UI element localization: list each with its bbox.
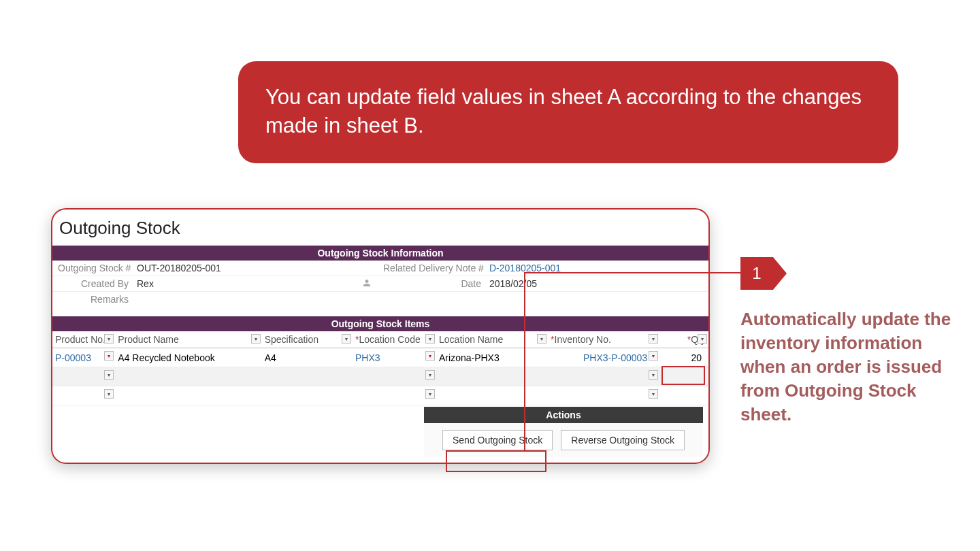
col-inventory-no[interactable]: *Inventory No.▾ (548, 331, 659, 348)
table-row: ▾ ▾ ▾ (52, 367, 708, 386)
cell-empty[interactable] (659, 367, 708, 386)
spacer-icon (356, 261, 378, 276)
instruction-callout: You can update field values in sheet A a… (238, 61, 898, 163)
dropdown-icon[interactable]: ▾ (537, 334, 546, 344)
user-icon (356, 276, 378, 292)
col-spec[interactable]: Specification▾ (262, 331, 353, 348)
table-row: P-00003▾ A4 Recycled Notebook A4 PHX3▾ A… (52, 348, 708, 367)
dropdown-icon[interactable]: ▾ (425, 389, 435, 399)
dropdown-icon[interactable]: ▾ (649, 334, 658, 344)
value-stock-no: OUT-20180205-001 (134, 261, 356, 276)
actions-body: Send Outgoing Stock Reverse Outgoing Sto… (424, 423, 703, 457)
cell-empty[interactable] (262, 386, 353, 405)
cell-empty[interactable] (436, 367, 548, 386)
col-product-name[interactable]: Product Name▾ (115, 331, 261, 348)
col-location-code[interactable]: *Location Code▾ (353, 331, 436, 348)
outgoing-stock-panel: Outgoing Stock Outgoing Stock Informatio… (51, 208, 710, 464)
cell-empty[interactable]: ▾ (548, 386, 659, 405)
col-product-no[interactable]: Product No.▾ (52, 331, 115, 348)
value-related-link[interactable]: D-20180205-001 (487, 261, 708, 276)
col-label: Product No. (55, 334, 105, 345)
annotation-badge-1: 1 (740, 257, 773, 290)
cell-qty[interactable]: 20 (659, 348, 708, 367)
send-outgoing-stock-button[interactable]: Send Outgoing Stock (442, 430, 553, 450)
cell-product-no[interactable]: P-00003▾ (52, 348, 115, 367)
dropdown-icon[interactable]: ▾ (425, 334, 435, 344)
cell-empty[interactable]: ▾ (353, 386, 436, 405)
label-stock-no: Outgoing Stock # (52, 261, 134, 276)
dropdown-icon[interactable]: ▾ (698, 334, 707, 344)
cell-text: PHX3 (355, 352, 380, 363)
dropdown-icon[interactable]: ▾ (104, 351, 114, 361)
value-created-by: Rex (134, 276, 356, 292)
cell-empty[interactable] (115, 386, 261, 405)
col-label: Location Code (359, 334, 420, 345)
cell-empty[interactable] (115, 367, 261, 386)
cell-empty[interactable]: ▾ (548, 367, 659, 386)
section-header-items: Outgoing Stock Items (52, 316, 708, 331)
cell-spec[interactable]: A4 (262, 348, 353, 367)
cell-inventory-no[interactable]: PHX3-P-00003▾ (548, 348, 659, 367)
col-label: Specification (265, 334, 318, 345)
cell-empty[interactable] (262, 367, 353, 386)
label-remarks: Remarks (52, 292, 134, 307)
value-date: 2018/02/05 (487, 276, 708, 292)
cell-empty[interactable]: ▾ (52, 367, 115, 386)
dropdown-icon[interactable]: ▾ (251, 334, 261, 344)
label-related: Related Delivery Note # (378, 261, 487, 276)
col-location-name[interactable]: Location Name▾ (436, 331, 548, 348)
dropdown-icon[interactable]: ▾ (104, 389, 114, 399)
dropdown-icon[interactable]: ▾ (649, 351, 658, 361)
dropdown-icon[interactable]: ▾ (425, 351, 435, 361)
dropdown-icon[interactable]: ▾ (342, 334, 351, 344)
reverse-outgoing-stock-button[interactable]: Reverse Outgoing Stock (561, 430, 685, 450)
spacer-icon (356, 292, 378, 307)
cell-text: P-00003 (55, 352, 91, 363)
section-header-info: Outgoing Stock Information (52, 246, 708, 261)
dropdown-icon[interactable]: ▾ (104, 334, 114, 344)
items-table: Product No.▾ Product Name▾ Specification… (52, 331, 708, 405)
label-created-by: Created By (52, 276, 134, 292)
annotation-text-1: Automatically update the inventory infor… (740, 307, 951, 427)
cell-text: PHX3-P-00003 (583, 352, 647, 363)
col-label: Inventory No. (555, 334, 611, 345)
actions-header: Actions (424, 407, 703, 423)
cell-empty[interactable]: ▾ (52, 386, 115, 405)
cell-empty[interactable] (659, 386, 708, 405)
info-grid: Outgoing Stock # OUT-20180205-001 Relate… (52, 261, 708, 307)
cell-product-name[interactable]: A4 Recycled Notebook (115, 348, 261, 367)
table-row: ▾ ▾ ▾ (52, 386, 708, 405)
dropdown-icon[interactable]: ▾ (649, 389, 658, 399)
panel-title: Outgoing Stock (52, 210, 708, 246)
col-label: Location Name (439, 334, 503, 345)
label-date: Date (378, 276, 487, 292)
cell-empty[interactable]: ▾ (353, 367, 436, 386)
cell-empty[interactable] (436, 386, 548, 405)
dropdown-icon[interactable]: ▾ (649, 370, 658, 380)
actions-panel: Actions Send Outgoing Stock Reverse Outg… (424, 407, 703, 457)
dropdown-icon[interactable]: ▾ (425, 370, 435, 380)
dropdown-icon[interactable]: ▾ (104, 370, 114, 380)
col-label: Product Name (118, 334, 178, 345)
cell-location-code[interactable]: PHX3▾ (353, 348, 436, 367)
value-empty (487, 292, 708, 307)
cell-location-name[interactable]: Arizona-PHX3 (436, 348, 548, 367)
value-remarks[interactable] (134, 292, 356, 307)
label-empty (378, 292, 487, 307)
col-qty[interactable]: *Qty▾ (659, 331, 708, 348)
